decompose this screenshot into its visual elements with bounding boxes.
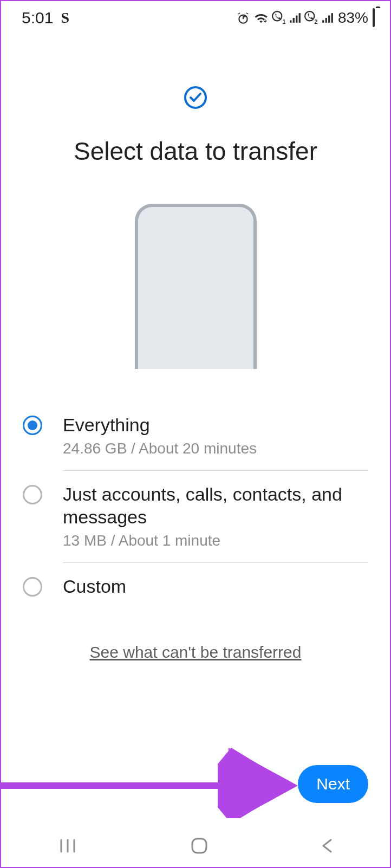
volte1-icon: 1 xyxy=(272,11,286,25)
status-right: 1 2 83% xyxy=(236,9,375,27)
svg-rect-17 xyxy=(192,839,206,853)
page-title: Select data to transfer xyxy=(1,137,390,166)
option-custom[interactable]: Custom xyxy=(23,563,368,611)
signal1-icon xyxy=(289,12,301,24)
volte2-icon: 2 xyxy=(304,11,318,25)
svg-point-6 xyxy=(305,11,314,21)
option-subtitle: 13 MB / About 1 minute xyxy=(63,532,368,549)
next-button[interactable]: Next xyxy=(298,765,368,803)
radio-custom[interactable] xyxy=(23,577,42,597)
svg-text:1: 1 xyxy=(282,18,285,25)
svg-rect-3 xyxy=(293,18,295,23)
phone-illustration xyxy=(135,204,257,369)
see-what-link-wrap: See what can't be transferred xyxy=(1,643,390,662)
option-subtitle: 24.86 GB / About 20 minutes xyxy=(63,440,368,457)
nav-recents-icon[interactable] xyxy=(57,838,79,854)
option-label: Everything xyxy=(63,413,368,437)
status-time: 5:01 xyxy=(22,9,53,27)
wifi-icon xyxy=(253,12,269,24)
status-bar: 5:01 S 1 2 83% xyxy=(1,1,390,31)
transfer-options: Everything 24.86 GB / About 20 minutes J… xyxy=(23,401,368,611)
check-circle-icon xyxy=(184,86,207,109)
svg-text:2: 2 xyxy=(314,18,317,25)
battery-percent: 83% xyxy=(338,9,368,27)
option-body: Custom xyxy=(63,575,368,598)
battery-icon xyxy=(372,9,375,27)
svg-rect-10 xyxy=(328,16,330,23)
status-s-icon: S xyxy=(61,9,69,27)
option-label: Custom xyxy=(63,575,368,598)
signal2-icon xyxy=(322,12,334,24)
svg-rect-5 xyxy=(299,13,301,23)
svg-rect-4 xyxy=(296,16,297,23)
option-body: Everything 24.86 GB / About 20 minutes xyxy=(63,413,368,457)
option-accounts[interactable]: Just accounts, calls, contacts, and mess… xyxy=(23,471,368,562)
option-body: Just accounts, calls, contacts, and mess… xyxy=(63,483,368,549)
option-everything[interactable]: Everything 24.86 GB / About 20 minutes xyxy=(23,401,368,470)
page-header: Select data to transfer xyxy=(1,86,390,166)
nav-home-icon[interactable] xyxy=(190,837,208,855)
nav-back-icon[interactable] xyxy=(320,838,334,854)
svg-rect-11 xyxy=(331,13,333,23)
navigation-bar xyxy=(1,825,390,867)
svg-marker-13 xyxy=(1,748,298,818)
alarm-icon xyxy=(236,11,250,25)
option-label: Just accounts, calls, contacts, and mess… xyxy=(63,483,368,529)
radio-everything[interactable] xyxy=(23,416,42,435)
svg-rect-8 xyxy=(322,20,324,22)
radio-accounts[interactable] xyxy=(23,485,42,504)
status-left: 5:01 S xyxy=(22,9,69,27)
annotation-arrow-icon xyxy=(1,731,304,818)
see-what-link[interactable]: See what can't be transferred xyxy=(90,643,302,661)
svg-rect-9 xyxy=(325,18,327,23)
svg-rect-2 xyxy=(290,20,291,22)
svg-point-0 xyxy=(272,11,282,21)
